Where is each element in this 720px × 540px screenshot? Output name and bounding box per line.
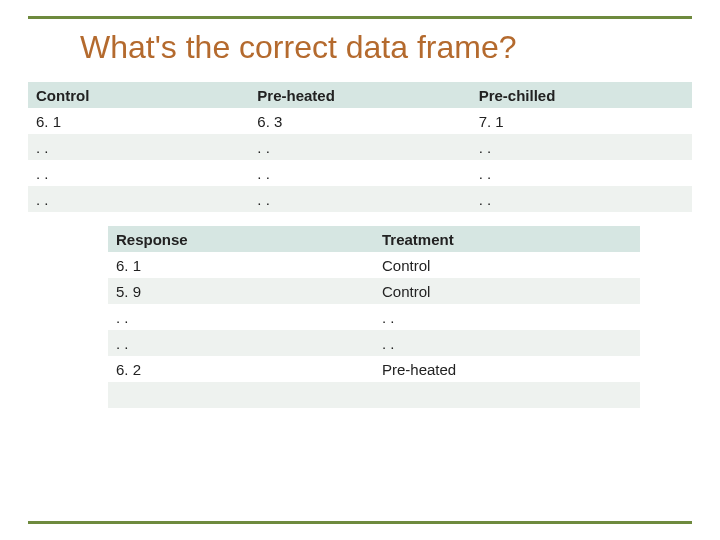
table-cell: Control [374,252,640,278]
table-cell: . . [28,134,249,160]
table-header-row: Response Treatment [108,226,640,252]
table-cell: 5. 9 [108,278,374,304]
table-cell [374,408,640,434]
table-header-cell: Control [28,82,249,108]
table-cell: 6. 3 [249,108,470,134]
table-cell: Pre-heated [374,356,640,382]
table-cell: 6. 2 [108,356,374,382]
table-cell: Control [374,278,640,304]
table-cell: . . [108,330,374,356]
table-header-cell: Pre-chilled [471,82,692,108]
table-cell: . . [28,160,249,186]
table-cell: 6. 1 [28,108,249,134]
table-cell: . . [108,304,374,330]
table-long-wrap: Response Treatment 6. 1 Control 5. 9 Con… [108,226,640,434]
table-header-cell: Pre-heated [249,82,470,108]
page-title: What's the correct data frame? [80,29,692,66]
table-cell: . . [471,186,692,212]
table-row: . . . . [108,330,640,356]
slide: What's the correct data frame? Control P… [0,0,720,540]
table-cell: . . [471,160,692,186]
table-row [108,382,640,408]
table-wide-wrap: Control Pre-heated Pre-chilled 6. 1 6. 3… [28,82,692,212]
table-row: 6. 1 6. 3 7. 1 [28,108,692,134]
table-cell [374,382,640,408]
table-row: 6. 2 Pre-heated [108,356,640,382]
table-header-row: Control Pre-heated Pre-chilled [28,82,692,108]
table-cell [108,408,374,434]
table-cell: . . [249,160,470,186]
table-header-cell: Treatment [374,226,640,252]
table-row: 5. 9 Control [108,278,640,304]
top-rule [28,16,692,19]
table-wide: Control Pre-heated Pre-chilled 6. 1 6. 3… [28,82,692,212]
table-cell: 7. 1 [471,108,692,134]
bottom-rule [28,521,692,524]
table-cell: . . [249,134,470,160]
table-cell: 6. 1 [108,252,374,278]
table-row: . . . . . . [28,160,692,186]
table-cell [108,382,374,408]
table-row: . . . . [108,304,640,330]
table-header-cell: Response [108,226,374,252]
table-cell: . . [249,186,470,212]
table-row [108,408,640,434]
table-row: . . . . . . [28,134,692,160]
table-row: . . . . . . [28,186,692,212]
table-cell: . . [374,304,640,330]
table-cell: . . [374,330,640,356]
table-long: Response Treatment 6. 1 Control 5. 9 Con… [108,226,640,434]
table-cell: . . [471,134,692,160]
table-row: 6. 1 Control [108,252,640,278]
table-cell: . . [28,186,249,212]
